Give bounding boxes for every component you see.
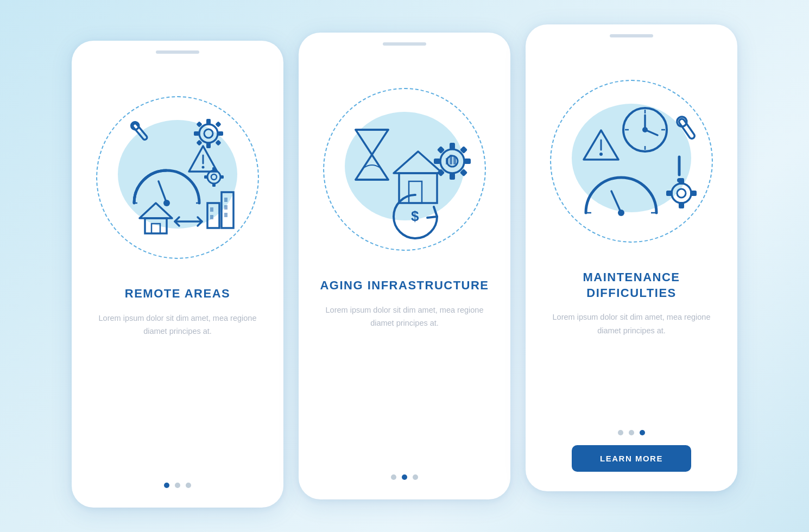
dashed-circle-2 [323, 88, 486, 251]
card-body-1: Lorem ipsum dolor sit dim amet, mea regi… [89, 312, 266, 338]
dots-row-1 [164, 467, 191, 488]
dots-row-2 [391, 459, 418, 480]
phone-card-maintenance: MAINTENANCE DIFFICULTIES Lorem ipsum dol… [526, 24, 737, 491]
dot-3-3 [640, 430, 645, 435]
dot-2-1 [391, 474, 396, 480]
phone-card-remote-areas: REMOTE AREAS Lorem ipsum dolor sit dim a… [72, 41, 283, 508]
illustration-area-2: $ [299, 46, 510, 274]
illustration-area-3 [526, 37, 737, 265]
phone-card-aging-infrastructure: $ AGING INFRASTRUCTURE Lorem ipsum dolor… [299, 33, 510, 499]
card-title-2: AGING INFRASTRUCTURE [320, 278, 489, 294]
dot-1-3 [186, 483, 191, 488]
dashed-circle-3 [550, 80, 713, 243]
illustration-area-1 [72, 54, 283, 282]
card-title-1: REMOTE AREAS [125, 286, 230, 302]
dot-3-2 [629, 430, 634, 435]
dots-row-3 [618, 415, 645, 435]
card-body-2: Lorem ipsum dolor sit dim amet, mea regi… [316, 303, 493, 330]
dot-3-1 [618, 430, 623, 435]
dot-2-2 [402, 474, 407, 480]
card-title-3: MAINTENANCE DIFFICULTIES [543, 270, 720, 301]
card-body-3: Lorem ipsum dolor sit dim amet, mea regi… [543, 311, 720, 337]
dot-1-1 [164, 483, 169, 488]
dot-2-3 [413, 474, 418, 480]
cards-container: REMOTE AREAS Lorem ipsum dolor sit dim a… [72, 24, 737, 508]
dashed-circle-1 [96, 96, 259, 259]
learn-more-button[interactable]: LEARN MORE [572, 445, 691, 472]
dot-1-2 [175, 483, 180, 488]
